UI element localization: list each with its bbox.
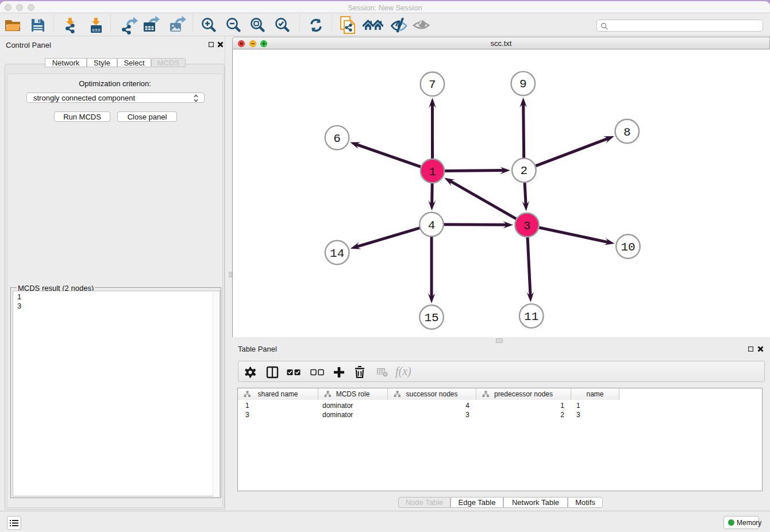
- svg-text:1: 1: [429, 165, 436, 179]
- svg-text:9: 9: [519, 78, 527, 91]
- svg-text:11: 11: [524, 310, 538, 323]
- svg-text:2: 2: [521, 164, 528, 178]
- svg-text:3: 3: [523, 219, 531, 233]
- svg-text:4: 4: [428, 219, 436, 232]
- svg-text:10: 10: [621, 241, 635, 254]
- svg-text:14: 14: [330, 247, 344, 260]
- svg-text:7: 7: [429, 78, 436, 91]
- svg-text:6: 6: [333, 132, 341, 145]
- svg-text:15: 15: [424, 311, 438, 325]
- svg-text:8: 8: [623, 126, 631, 139]
